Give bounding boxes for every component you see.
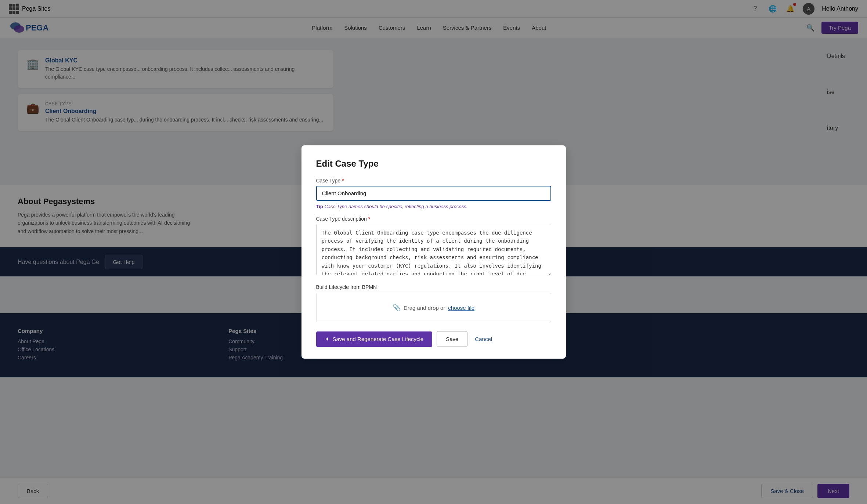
modal-overlay: Edit Case Type Case Type * Tip Case Type… (0, 0, 867, 504)
sparkle-icon: ✦ (325, 336, 330, 342)
desc-label: Case Type description * (316, 216, 551, 222)
save-regenerate-label: Save and Regenerate Case Lifecycle (333, 336, 424, 342)
drop-zone-text: Drag and drop or (404, 305, 445, 311)
case-type-required-star: * (342, 178, 344, 184)
modal-title: Edit Case Type (316, 159, 551, 169)
cancel-button[interactable]: Cancel (472, 331, 495, 347)
modal-footer: ✦ Save and Regenerate Case Lifecycle Sav… (316, 331, 551, 347)
case-type-description-textarea[interactable] (316, 224, 551, 275)
save-regenerate-button[interactable]: ✦ Save and Regenerate Case Lifecycle (316, 331, 433, 347)
save-button[interactable]: Save (437, 331, 467, 347)
paperclip-icon: 📎 (393, 304, 401, 312)
tip-content: Case Type names should be specific, refl… (324, 204, 467, 209)
case-type-input[interactable] (316, 186, 551, 201)
choose-file-link[interactable]: choose file (448, 305, 474, 311)
drop-zone[interactable]: 📎 Drag and drop or choose file (316, 293, 551, 322)
edit-case-type-modal: Edit Case Type Case Type * Tip Case Type… (301, 145, 566, 359)
case-type-label: Case Type * (316, 178, 551, 184)
bpmn-label: Build Lifecycle from BPMN (316, 284, 551, 290)
desc-required-star: * (368, 216, 370, 222)
tip-text: Tip Case Type names should be specific, … (316, 204, 551, 209)
tip-label: Tip (316, 204, 323, 209)
